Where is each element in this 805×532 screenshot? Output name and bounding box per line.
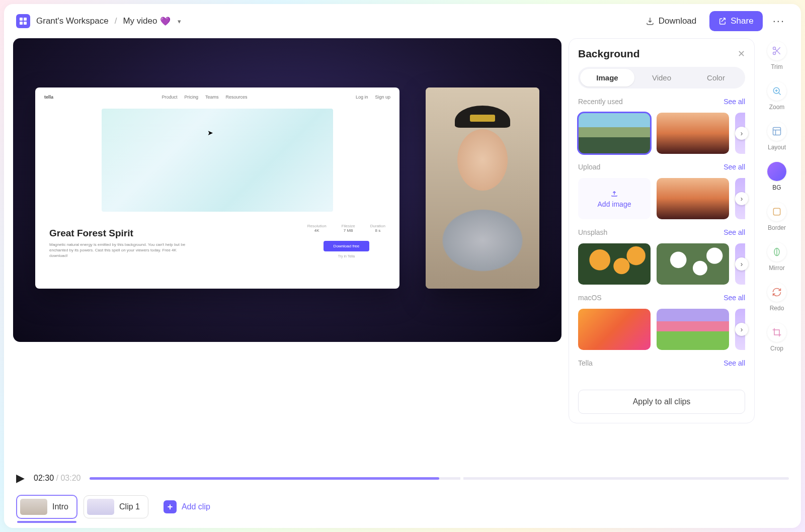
chevron-right-icon[interactable]: › bbox=[735, 323, 748, 336]
tool-layout[interactable]: Layout bbox=[767, 122, 786, 151]
bg-thumb-flowers-white[interactable] bbox=[657, 243, 729, 285]
current-time: 02:30 bbox=[34, 474, 54, 482]
tab-video[interactable]: Video bbox=[634, 69, 689, 86]
bg-thumb-flowers-orange[interactable] bbox=[578, 243, 651, 285]
mock-stats: Resolution4K Filesize7 MB Duration8 s bbox=[307, 224, 385, 233]
clip-label: Intro bbox=[52, 502, 68, 511]
workspace-icon[interactable] bbox=[16, 14, 30, 28]
section-tella-seeall[interactable]: See all bbox=[723, 359, 745, 367]
background-panel: Background ✕ Image Video Color Recently … bbox=[569, 38, 755, 423]
section-unsplash-seeall[interactable]: See all bbox=[723, 228, 745, 236]
redo-icon bbox=[767, 283, 786, 302]
section-recent-seeall[interactable]: See all bbox=[723, 98, 745, 106]
add-clip-label: Add clip bbox=[182, 502, 210, 511]
share-label: Share bbox=[731, 16, 753, 26]
mock-title: Great Forest Spirit bbox=[49, 228, 190, 239]
section-recent-title: Recently used bbox=[578, 98, 623, 106]
crop-icon bbox=[767, 323, 786, 342]
add-clip-button[interactable]: + Add clip bbox=[164, 500, 210, 513]
download-button[interactable]: Download bbox=[638, 12, 704, 30]
right-toolbar: Trim Zoom Layout BG Border Mirror bbox=[762, 38, 792, 463]
svg-rect-2 bbox=[20, 22, 23, 25]
more-menu-button[interactable]: ··· bbox=[769, 13, 789, 30]
macos-row: › bbox=[578, 309, 745, 350]
clip-label: Clip 1 bbox=[119, 502, 140, 511]
chevron-right-icon[interactable]: › bbox=[735, 192, 748, 205]
bg-type-tabs: Image Video Color bbox=[578, 67, 745, 88]
main-area: tella Product Pricing Teams Resources Lo… bbox=[4, 38, 801, 463]
apply-all-button[interactable]: Apply to all clips bbox=[578, 390, 745, 414]
zoom-icon bbox=[767, 81, 786, 101]
canvas-area: tella Product Pricing Teams Resources Lo… bbox=[13, 38, 561, 463]
video-name-text: My video bbox=[123, 16, 157, 26]
workspace-name[interactable]: Grant's Workspace bbox=[36, 16, 109, 26]
tool-redo[interactable]: Redo bbox=[767, 283, 786, 312]
scissors-icon bbox=[767, 41, 786, 60]
mock-gradient-preview: ➤ bbox=[102, 109, 333, 212]
play-button[interactable]: ▶ bbox=[16, 472, 25, 485]
clip-thumb bbox=[87, 499, 114, 515]
section-tella-title: Tella bbox=[578, 359, 593, 367]
svg-point-5 bbox=[773, 52, 776, 55]
header: Grant's Workspace / My video 💜 ▾ Downloa… bbox=[4, 4, 801, 38]
video-canvas[interactable]: tella Product Pricing Teams Resources Lo… bbox=[13, 38, 561, 342]
progress-track[interactable] bbox=[90, 477, 789, 480]
bg-thumb-beach[interactable] bbox=[578, 113, 651, 154]
mock-cta: Download free bbox=[324, 241, 370, 251]
upload-row: Add image › bbox=[578, 178, 745, 219]
section-upload-seeall[interactable]: See all bbox=[723, 163, 745, 171]
video-name[interactable]: My video 💜 ▾ bbox=[123, 16, 181, 27]
progress-clip-gap bbox=[460, 476, 463, 481]
add-image-tile[interactable]: Add image bbox=[578, 178, 651, 219]
bg-thumb-macos-sonoma[interactable] bbox=[657, 309, 729, 350]
webcam-frame bbox=[426, 87, 539, 289]
svg-rect-1 bbox=[24, 18, 27, 21]
mock-desc: Magnetic natural energy is emitted by th… bbox=[49, 242, 190, 259]
mirror-icon bbox=[767, 242, 786, 261]
border-icon bbox=[767, 202, 786, 221]
bg-thumb-upload-1[interactable] bbox=[657, 178, 729, 219]
add-image-label: Add image bbox=[598, 200, 631, 208]
share-button[interactable]: Share bbox=[709, 11, 762, 31]
svg-rect-0 bbox=[20, 18, 23, 21]
svg-rect-3 bbox=[24, 22, 27, 25]
svg-rect-7 bbox=[773, 128, 781, 135]
chevron-right-icon[interactable]: › bbox=[735, 257, 748, 271]
screen-recording-frame: tella Product Pricing Teams Resources Lo… bbox=[35, 87, 399, 289]
clip-1[interactable]: Clip 1 bbox=[84, 495, 148, 518]
chevron-down-icon[interactable]: ▾ bbox=[178, 18, 181, 25]
section-macos-title: macOS bbox=[578, 294, 602, 302]
breadcrumb-separator: / bbox=[115, 16, 117, 26]
section-macos-seeall[interactable]: See all bbox=[723, 294, 745, 302]
section-unsplash-title: Unsplash bbox=[578, 228, 607, 236]
cursor-icon: ➤ bbox=[207, 129, 213, 137]
tool-trim[interactable]: Trim bbox=[767, 41, 786, 70]
tool-crop[interactable]: Crop bbox=[767, 323, 786, 352]
svg-point-4 bbox=[773, 47, 776, 50]
plus-icon: + bbox=[164, 500, 177, 513]
unsplash-row: › bbox=[578, 243, 745, 285]
tool-mirror[interactable]: Mirror bbox=[767, 242, 786, 272]
playback-bar: ▶ 02:30 / 03:20 bbox=[4, 463, 801, 491]
tool-zoom[interactable]: Zoom bbox=[767, 81, 786, 111]
section-upload-title: Upload bbox=[578, 163, 600, 171]
recent-row: › bbox=[578, 113, 745, 154]
tool-bg[interactable]: BG bbox=[767, 162, 786, 191]
bg-thumb-macos-ventura[interactable] bbox=[578, 309, 651, 350]
tool-border[interactable]: Border bbox=[767, 202, 786, 231]
bg-icon bbox=[767, 162, 786, 181]
panel-title: Background bbox=[578, 48, 640, 60]
clip-row: Intro Clip 1 + Add clip bbox=[4, 491, 801, 528]
clip-intro[interactable]: Intro bbox=[16, 495, 77, 519]
bg-thumb-sunset[interactable] bbox=[657, 113, 729, 154]
layout-icon bbox=[767, 122, 786, 141]
heart-emoji: 💜 bbox=[160, 16, 171, 27]
tab-image[interactable]: Image bbox=[580, 69, 634, 86]
mock-brand: tella bbox=[44, 95, 53, 100]
total-time: 03:20 bbox=[60, 474, 80, 482]
close-icon[interactable]: ✕ bbox=[738, 48, 745, 59]
time-display: 02:30 / 03:20 bbox=[34, 474, 80, 483]
chevron-right-icon[interactable]: › bbox=[735, 127, 748, 140]
download-label: Download bbox=[659, 16, 697, 26]
tab-color[interactable]: Color bbox=[689, 69, 743, 86]
